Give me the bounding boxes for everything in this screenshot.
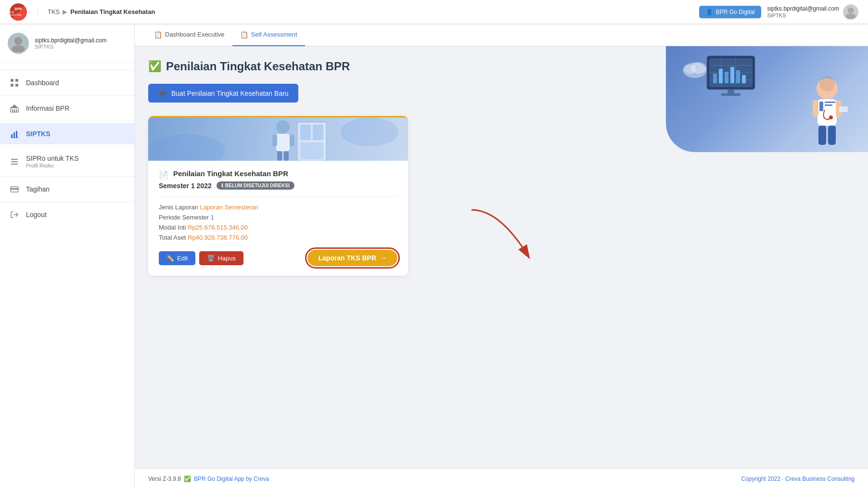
footer-version: Versi Z-3.9.8 bbox=[148, 476, 181, 482]
arrow-annotation bbox=[462, 200, 568, 277]
sidebar-item-label: Dashboard bbox=[26, 79, 59, 87]
sidebar-item-label: Informasi BPR bbox=[26, 104, 69, 112]
svg-rect-24 bbox=[819, 102, 823, 111]
svg-rect-56 bbox=[290, 135, 294, 146]
tab-self-assessment[interactable]: 📋 Self Assessment bbox=[232, 24, 305, 46]
svg-rect-54 bbox=[276, 134, 290, 151]
sidebar-item-siptks[interactable]: SIPTKS bbox=[0, 123, 134, 144]
svg-rect-60 bbox=[300, 125, 311, 140]
svg-point-53 bbox=[276, 120, 290, 134]
tab-dashboard-icon: 📋 bbox=[154, 31, 162, 39]
action-left: ✏️ Edit 🗑️ Hapus bbox=[159, 251, 243, 265]
svg-rect-51 bbox=[721, 93, 740, 96]
sidebar-item-logout[interactable]: Logout bbox=[0, 204, 134, 225]
svg-rect-57 bbox=[277, 151, 282, 161]
sidebar: siptks.bprdigital@gmail.com SIPTKS Dashb… bbox=[0, 24, 135, 489]
bpr-button-label: BPR Go Digital bbox=[716, 9, 755, 15]
card-divider bbox=[159, 196, 397, 197]
avatar bbox=[843, 4, 858, 20]
card-jenis-laporan: Jenis Laporan Laporan Semesteran bbox=[159, 204, 397, 211]
sidebar-nav: Dashboard Informasi BPR SIPTKS bbox=[0, 63, 134, 489]
breadcrumb: TKS ▶ Penilaian Tingkat Kesehatan bbox=[38, 8, 155, 15]
sidebar-item-dashboard[interactable]: Dashboard bbox=[0, 72, 134, 93]
bank-icon bbox=[10, 103, 19, 113]
svg-rect-15 bbox=[16, 131, 17, 138]
svg-point-3 bbox=[12, 45, 25, 52]
hapus-button[interactable]: 🗑️ Hapus bbox=[199, 251, 243, 265]
breadcrumb-arrow: ▶ bbox=[63, 8, 67, 15]
main-layout: siptks.bprdigital@gmail.com SIPTKS Dashb… bbox=[0, 24, 868, 489]
laporan-btn-wrapper: Laporan TKS BPR → bbox=[307, 250, 397, 266]
nav-divider-2 bbox=[0, 121, 134, 121]
logout-icon bbox=[10, 210, 19, 219]
svg-rect-46 bbox=[725, 72, 728, 83]
periode-value: 1 bbox=[211, 214, 214, 221]
card-body: 📄 Penilaian Tingkat Kesehatan BPR Semest… bbox=[148, 161, 408, 276]
svg-point-33 bbox=[829, 116, 833, 119]
svg-rect-25 bbox=[825, 102, 835, 103]
edit-button[interactable]: ✏️ Edit bbox=[159, 251, 195, 265]
sidebar-avatar bbox=[8, 33, 29, 54]
svg-rect-21 bbox=[11, 188, 18, 190]
svg-point-1 bbox=[846, 13, 856, 18]
footer-right: Copyright 2022 · Creva Business Consulti… bbox=[741, 476, 855, 482]
card-subtitle-row: Semester 1 2022 ℹ BELUM DISETUJUI DIREKS… bbox=[159, 181, 397, 190]
tab-assessment-icon: 📋 bbox=[240, 31, 248, 39]
sidebar-item-tagihan[interactable]: Tagihan bbox=[0, 179, 134, 200]
top-nav-right: 👤 BPR Go Digital siptks.bprdigital@gmail… bbox=[699, 4, 858, 20]
total-aset-label: Total Aset bbox=[159, 234, 186, 241]
svg-rect-31 bbox=[828, 126, 836, 145]
footer: Versi Z-3.9.8 ✅ BPR Go Digital App by Cr… bbox=[135, 468, 868, 489]
total-aset-value: Rp40.928.738.776,00 bbox=[188, 234, 248, 241]
card-total-aset: Total Aset Rp40.928.738.776,00 bbox=[159, 234, 397, 241]
sidebar-user-info: siptks.bprdigital@gmail.com SIPTKS bbox=[35, 37, 107, 50]
laporan-button-label: Laporan TKS BPR bbox=[318, 254, 376, 262]
sidebar-email: siptks.bprdigital@gmail.com bbox=[35, 37, 107, 44]
laporan-tks-bpr-button[interactable]: Laporan TKS BPR → bbox=[307, 250, 397, 266]
svg-point-64 bbox=[341, 117, 398, 146]
sidebar-item-sipro[interactable]: SIPRo untuk TKS Profil Risiko bbox=[0, 149, 134, 174]
plus-icon: ➕ bbox=[158, 89, 167, 98]
modal-label: Modal Inti bbox=[159, 224, 186, 231]
svg-point-2 bbox=[14, 37, 22, 45]
svg-rect-12 bbox=[16, 109, 17, 112]
sidebar-item-label: Tagihan bbox=[26, 185, 50, 193]
logo: BPR GO DIGITAL bbox=[10, 3, 27, 21]
svg-rect-19 bbox=[11, 164, 18, 165]
user-icon-small: 👤 bbox=[706, 9, 713, 15]
jenis-laporan-label: Jenis Laporan bbox=[159, 204, 198, 211]
card-title-row: 📄 Penilaian Tingkat Kesehatan BPR bbox=[159, 169, 397, 180]
bpr-go-digital-button[interactable]: 👤 BPR Go Digital bbox=[699, 6, 762, 18]
sidebar-role: SIPTKS bbox=[35, 44, 107, 50]
jenis-laporan-value: Laporan Semesteran bbox=[200, 204, 258, 211]
sidebar-item-label: SIPTKS bbox=[26, 130, 51, 138]
periode-label: Periode Semester bbox=[159, 214, 209, 221]
svg-rect-6 bbox=[11, 84, 13, 87]
tab-dashboard-executive[interactable]: 📋 Dashboard Executive bbox=[146, 24, 232, 46]
svg-rect-50 bbox=[728, 90, 734, 93]
sidebar-item-label: Logout bbox=[26, 211, 47, 219]
card-periode: Periode Semester 1 bbox=[159, 214, 397, 221]
nav-divider-top bbox=[0, 70, 134, 70]
svg-rect-29 bbox=[839, 106, 848, 112]
create-button-label: Buat Penilaian Tingkat Kesehatan Baru bbox=[171, 90, 289, 97]
user-info: siptks.bprdigital@gmail.com SIPTKS bbox=[767, 4, 858, 20]
user-role: SIPTKS bbox=[767, 13, 839, 18]
nav-divider-4 bbox=[0, 176, 134, 177]
card-title-icon: 📄 bbox=[159, 170, 168, 180]
badge-text: BELUM DISETUJUI DIREKSI bbox=[225, 183, 290, 188]
tab-dashboard-label: Dashboard Executive bbox=[165, 31, 225, 38]
create-assessment-button[interactable]: ➕ Buat Penilaian Tingkat Kesehatan Baru bbox=[148, 84, 298, 103]
svg-rect-49 bbox=[742, 75, 746, 83]
status-badge: ℹ BELUM DISETUJUI DIREKSI bbox=[217, 181, 294, 190]
page-header: ✅ Penilaian Tingkat Kesehatan BPR bbox=[148, 60, 855, 73]
page-title-icon: ✅ bbox=[148, 60, 161, 73]
svg-rect-10 bbox=[12, 109, 13, 112]
sidebar-item-informasi-bpr[interactable]: Informasi BPR bbox=[0, 98, 134, 119]
tab-assessment-label: Self Assessment bbox=[251, 31, 297, 38]
svg-rect-4 bbox=[11, 79, 13, 82]
edit-icon: ✏️ bbox=[166, 255, 174, 262]
svg-rect-18 bbox=[11, 161, 18, 162]
assessment-card: 📄 Penilaian Tingkat Kesehatan BPR Semest… bbox=[148, 116, 408, 276]
card-modal: Modal Inti Rp25.676.515.346,00 bbox=[159, 224, 397, 231]
